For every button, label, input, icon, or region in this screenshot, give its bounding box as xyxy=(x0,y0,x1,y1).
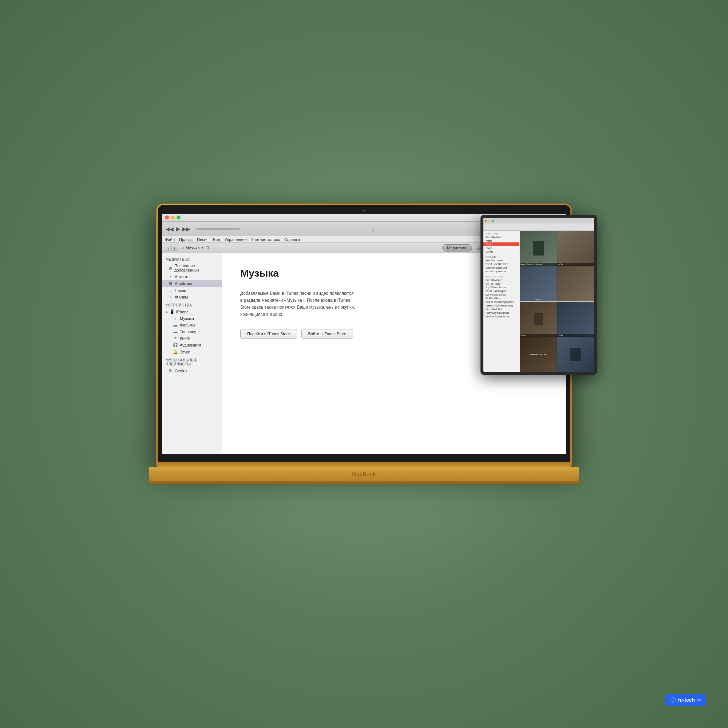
ipad-mp-altglam[interactable]: Alt-Glam Rock xyxy=(483,296,519,300)
ipad-playlist-2[interactable]: Fine A Last Alternative xyxy=(483,262,519,266)
macbook-bottom-chassis: MacBook xyxy=(149,466,579,481)
sidebar-label-iphone-tv: Телешоу xyxy=(180,329,196,334)
ipad-album-label-6: Or No xyxy=(557,334,594,337)
ipad-item-songs[interactable]: Songs xyxy=(483,246,519,250)
nav-device-icon: ◻ xyxy=(206,245,209,250)
sidebar-item-iphone-audiobooks[interactable]: 🎧 Аудиокниги xyxy=(162,341,222,348)
ipad-titlebar xyxy=(483,218,594,223)
sidebar-item-iphone-movies[interactable]: ▬ Фильмы xyxy=(162,322,222,328)
ipad-section-music-playlists: Music Playlists xyxy=(483,274,519,278)
hitech-badge[interactable]: @ hi-tech vk xyxy=(665,694,707,706)
nav-arrows: ‹ › xyxy=(165,245,178,251)
signin-itunes-store-button[interactable]: Войти в iTunes Store xyxy=(301,329,353,338)
sidebar-item-artists[interactable]: ♪ Артисты xyxy=(162,273,222,280)
ipad-section-apple: Apple Music xyxy=(483,231,519,235)
menu-help[interactable]: Справка xyxy=(284,237,300,242)
macbook-hinge xyxy=(156,462,572,466)
iphone-device-label: iPhone xyxy=(117,314,133,320)
hitech-label: hi-tech xyxy=(678,697,695,703)
ipad-mp-toprated[interactable]: My Top Rated xyxy=(483,282,519,285)
ipad-item-albums[interactable]: Albums xyxy=(483,242,519,246)
sidebar-item-iphone[interactable]: ▶ 📱 iPhone 1 xyxy=(162,308,222,315)
nav-dropdown-icon[interactable]: ▼ xyxy=(201,246,204,249)
ipad-mp-classic[interactable]: Classic Rock Dinner Party xyxy=(483,304,519,307)
ipad-playlist-1[interactable]: New Artist: Indie xyxy=(483,258,519,262)
ipad-album-8 xyxy=(557,337,594,372)
ipad-playlist-4[interactable]: Inspired by Weezer xyxy=(483,269,519,273)
menu-view[interactable]: Вид xyxy=(213,237,220,242)
ipad-device: Apple Music Recently Added Artists Album… xyxy=(480,215,597,375)
prev-button[interactable]: ◀◀ xyxy=(166,226,174,232)
ipad-mp-workout[interactable]: Good Work Out xyxy=(483,307,519,311)
maximize-button[interactable] xyxy=(177,216,180,219)
iphone-tv-icon: ▬ xyxy=(173,329,178,334)
ipad-mp-movies[interactable]: Favorite Movies Songs xyxy=(483,315,519,318)
ipad-item-artists[interactable]: Artists xyxy=(483,239,519,242)
sidebar-label-songs: Песни xyxy=(175,288,187,293)
sidebar-label-artists: Артисты xyxy=(175,274,190,279)
ipad-mp-political[interactable]: 60s Political Songs xyxy=(483,293,519,296)
ipad-mp-top25[interactable]: Top 25 Most Played xyxy=(483,285,519,289)
sidebar-label-genius: Genius xyxy=(175,369,187,373)
macbook-foot xyxy=(147,481,581,484)
menu-file[interactable]: Файл xyxy=(165,237,175,242)
sidebar-item-recent[interactable]: ▦ Последние добавленные xyxy=(162,262,222,273)
ipad-item-genres[interactable]: Genres xyxy=(483,250,519,253)
sidebar-item-albums[interactable]: ▦ Альбомы xyxy=(162,280,222,287)
ipad-toolbar xyxy=(483,223,594,231)
sidebar-item-iphone-tones[interactable]: 🔔 Звуки xyxy=(162,348,222,355)
ipad-album-1: Always Strive and Prosper xyxy=(520,231,557,266)
menu-manage[interactable]: Управление xyxy=(225,237,247,242)
ipad-mp-rnb[interactable]: 2010s R&B Singers xyxy=(483,289,519,293)
iphone-music-icon: ♪ xyxy=(173,316,178,321)
ipad-mp-rolling[interactable]: Best of The Rolling Stones xyxy=(483,300,519,304)
nav-music-label: ♫ Музыка ▼ ◻ xyxy=(181,245,209,251)
sidebar-item-genres[interactable]: ♫ Жанры xyxy=(162,294,222,300)
menu-edit[interactable]: Правка xyxy=(179,237,193,242)
menu-account[interactable]: Учетная запись xyxy=(251,237,280,242)
ipad-album-2: In Our... xyxy=(557,231,594,266)
close-button[interactable] xyxy=(165,216,169,219)
ipad-album-6: Or No xyxy=(557,302,594,337)
sidebar-header-library: Медиатека xyxy=(162,254,222,262)
ipad-album-label-1: Always Strive and Prosper xyxy=(520,263,557,266)
ipad-album-label-2: In Our... xyxy=(557,263,594,266)
back-arrow[interactable]: ‹ xyxy=(165,245,171,251)
ipad-item-recent[interactable]: Recently Added xyxy=(483,235,519,239)
iphone-books-icon: ≡ xyxy=(173,336,178,340)
sidebar-label-recent: Последние добавленные xyxy=(174,263,218,272)
play-button[interactable]: ▶ xyxy=(176,225,180,232)
macbook-base: MacBook xyxy=(145,462,583,502)
artists-icon: ♪ xyxy=(168,274,173,279)
albums-icon: ▦ xyxy=(168,281,173,286)
sidebar-item-iphone-music[interactable]: ♪ Музыка xyxy=(162,315,222,322)
sidebar-item-genius[interactable]: ⚙ Genius xyxy=(162,367,222,374)
goto-itunes-store-button[interactable]: Перейти в iTunes Store xyxy=(240,329,297,338)
ipad-album-5: Офир xyxy=(520,302,557,337)
ipad-album-grid: Always Strive and Prosper In Our... Vans xyxy=(520,231,594,372)
minimize-button[interactable] xyxy=(171,216,175,219)
iphone-tones-icon: 🔔 xyxy=(173,349,178,354)
macbook-device: ◀◀ ▶ ▶▶  ☰ 🔍 Файл xyxy=(145,204,583,502)
ipad-mp-rainy[interactable]: Rainy Day Soundtrack xyxy=(483,311,519,315)
ipad-screen: Apple Music Recently Added Artists Album… xyxy=(483,218,594,372)
iphone-icon: 📱 xyxy=(170,309,175,314)
sidebar-item-iphone-books[interactable]: ≡ Книги xyxy=(162,335,222,341)
next-button[interactable]: ▶▶ xyxy=(182,226,190,232)
sidebar-label-iphone-movies: Фильмы xyxy=(180,323,195,327)
genres-icon: ♫ xyxy=(168,295,173,299)
tab-library[interactable]: Медиатека xyxy=(442,244,472,252)
sidebar-header-devices: Устройства xyxy=(162,300,222,308)
sidebar-label-iphone-tones: Звуки xyxy=(180,350,190,354)
sidebar-item-iphone-tv[interactable]: ▬ Телешоу xyxy=(162,328,222,335)
ipad-sidebar: Apple Music Recently Added Artists Album… xyxy=(483,231,520,372)
sidebar-item-songs[interactable]: ♩ Песни xyxy=(162,287,222,294)
ipad-mp-recent[interactable]: Recently Added xyxy=(483,278,519,282)
ipad-album-label-5: Офир xyxy=(520,334,557,337)
menu-song[interactable]: Песня xyxy=(197,237,209,242)
forward-arrow[interactable]: › xyxy=(171,245,177,251)
ipad-playlist-3[interactable]: Coldplay: Deep Cuts xyxy=(483,266,519,269)
progress-bar[interactable] xyxy=(196,228,240,230)
nav-music-text: Музыка xyxy=(186,246,200,250)
ipad-album-3: Vans xyxy=(520,266,557,301)
